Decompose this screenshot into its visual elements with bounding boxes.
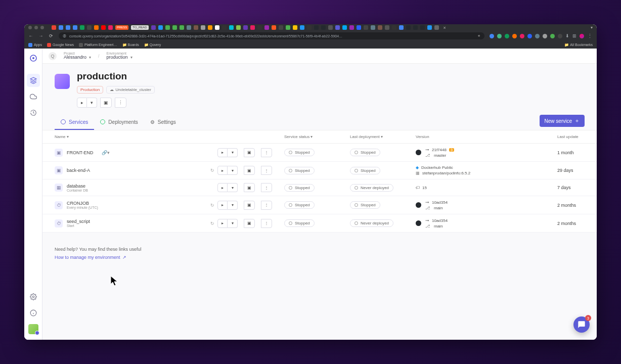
- service-subtitle: Start: [67, 224, 90, 228]
- table-row[interactable]: ▣FRONT-END🔗▾▸▾▣⋮StoppedStopped⊸21f7448 3…: [42, 144, 597, 162]
- col-last-deploy[interactable]: Last deployment ▾: [344, 130, 410, 144]
- logo-icon[interactable]: [27, 52, 40, 65]
- nav-forward-icon[interactable]: →: [38, 33, 43, 38]
- help-text: Need help? You may find these links usef…: [55, 247, 585, 252]
- check-circle-icon: [100, 119, 105, 124]
- circle-target-icon: [61, 119, 66, 124]
- row-play-dropdown[interactable]: ▾: [228, 166, 238, 175]
- refresh-icon[interactable]: ↻: [210, 168, 214, 173]
- rail-settings-icon[interactable]: [27, 290, 40, 303]
- bookmark-boards[interactable]: Boards: [128, 43, 139, 47]
- branch-icon: [425, 206, 431, 210]
- tab-deployments[interactable]: Deployments: [94, 115, 144, 130]
- bookmark-apps[interactable]: Apps: [34, 43, 42, 47]
- service-name: back-end-A: [67, 168, 90, 173]
- deploy-pill: Stopped: [350, 149, 380, 156]
- row-more-button[interactable]: ⋮: [261, 219, 272, 228]
- row-play-dropdown[interactable]: ▾: [228, 148, 238, 157]
- row-more-button[interactable]: ⋮: [261, 201, 272, 210]
- refresh-icon[interactable]: ↻: [210, 221, 214, 226]
- last-update-cell: 29 days: [551, 162, 597, 179]
- row-stop-button[interactable]: ▣: [244, 219, 255, 228]
- chat-bubble-button[interactable]: 3: [573, 316, 590, 333]
- col-name[interactable]: Name ▾: [42, 130, 204, 144]
- tab-settings[interactable]: ⚙ Settings: [144, 115, 182, 130]
- stop-button[interactable]: ▣: [100, 98, 112, 108]
- status-pill: Stopped: [284, 184, 315, 192]
- version-cell: 🏷15: [416, 186, 545, 190]
- service-type-icon: ⏱: [55, 201, 63, 209]
- app: Q Project Alessandro▾ / Environment prod…: [24, 49, 597, 340]
- nav-back-icon[interactable]: ←: [28, 33, 33, 38]
- bookmark-qovery[interactable]: Qovery: [150, 43, 161, 47]
- row-play-button[interactable]: ▸: [217, 183, 228, 192]
- sort-icon: ▾: [381, 134, 383, 139]
- github-icon: [416, 220, 421, 226]
- tab-badge-press[interactable]: PRESS: [115, 25, 128, 30]
- link-dropdown-icon[interactable]: 🔗▾: [102, 150, 110, 155]
- last-update-cell: 1 month: [551, 144, 597, 162]
- play-button[interactable]: ▸: [77, 98, 87, 108]
- svg-point-1: [32, 57, 34, 59]
- tag-icon: 🏷: [416, 186, 420, 190]
- row-more-button[interactable]: ⋮: [261, 166, 272, 175]
- table-row[interactable]: ▣back-end-A↻▸▾▣⋮StoppedStopped◆Dockerhub…: [42, 162, 597, 179]
- service-name: FRONT-END: [67, 150, 94, 155]
- deploy-pill: Never deployed: [350, 219, 393, 227]
- cloud-icon: ☁: [110, 87, 114, 92]
- tab-services[interactable]: Services: [55, 115, 94, 130]
- nav-reload-icon[interactable]: ⟳: [49, 33, 54, 38]
- row-more-button[interactable]: ⋮: [261, 183, 272, 192]
- row-play-dropdown[interactable]: ▾: [228, 183, 238, 192]
- row-stop-button[interactable]: ▣: [244, 201, 255, 210]
- row-stop-button[interactable]: ▣: [244, 166, 255, 175]
- window-controls[interactable]: [28, 26, 44, 29]
- tab-overflow-icon[interactable]: ▾: [591, 25, 593, 30]
- service-name: CRONJOB: [67, 201, 98, 206]
- more-button[interactable]: ⋮: [115, 98, 126, 108]
- github-icon: [416, 150, 421, 155]
- bookmark-platform[interactable]: Platform Engineeri…: [84, 43, 117, 47]
- bookmarks-bar[interactable]: Apps Google News Platform Engineeri… 📁Bo…: [24, 41, 597, 49]
- service-subtitle: Every minute (UTC): [67, 206, 98, 209]
- org-avatar-icon[interactable]: Q: [49, 52, 57, 60]
- row-play-dropdown[interactable]: ▾: [228, 219, 238, 228]
- extension-icons[interactable]: ⬇ ⊞ ⋮: [490, 33, 593, 39]
- rail-history-icon[interactable]: [27, 106, 40, 119]
- services-table: Name ▾ Service status ▾ Last deployment …: [42, 130, 597, 238]
- service-type-icon: ▦: [55, 184, 63, 192]
- table-row[interactable]: ⏱CRONJOBEvery minute (UTC)↻▸▾▣⋮StoppedSt…: [42, 196, 597, 214]
- refresh-icon[interactable]: ↻: [210, 203, 214, 208]
- table-row[interactable]: ▦databaseContainer DB▸▾▣⋮StoppedNever de…: [42, 179, 597, 196]
- bookmark-all[interactable]: All Bookmarks: [570, 43, 593, 47]
- table-row[interactable]: ⏱seed_scriptStart↻▸▾▣⋮StoppedNever deplo…: [42, 214, 597, 233]
- svg-point-2: [32, 296, 34, 298]
- new-service-button[interactable]: New service ＋: [540, 115, 585, 127]
- row-play-button[interactable]: ▸: [217, 148, 228, 157]
- col-status[interactable]: Service status ▾: [278, 130, 344, 144]
- tabs-row: Services Deployments ⚙ Settings New serv…: [42, 115, 597, 130]
- rail-avatar-icon[interactable]: [27, 323, 40, 336]
- row-play-button[interactable]: ▸: [217, 219, 228, 228]
- bookmark-googlenews[interactable]: Google News: [53, 43, 74, 47]
- rail-info-icon[interactable]: [27, 306, 40, 320]
- url-bar[interactable]: ⦿ console.qovery.com/organization/3d5428…: [59, 32, 484, 39]
- breadcrumb-project[interactable]: Project Alessandro▾: [64, 52, 91, 61]
- rail-layers-icon[interactable]: [27, 74, 40, 87]
- rail-cloud-icon[interactable]: [27, 90, 40, 103]
- row-stop-button[interactable]: ▣: [244, 183, 255, 192]
- tag-cluster: ☁Undeletable_cluster: [106, 86, 155, 94]
- row-stop-button[interactable]: ▣: [244, 148, 255, 157]
- row-play-dropdown[interactable]: ▾: [228, 201, 238, 210]
- row-play-button[interactable]: ▸: [217, 166, 228, 175]
- col-last-update: Last update: [551, 130, 597, 144]
- help-link[interactable]: How to manage my environment↗: [55, 255, 585, 260]
- row-more-button[interactable]: ⋮: [261, 148, 272, 157]
- tab-favicons[interactable]: PRESS TO_READ: [52, 25, 587, 30]
- breadcrumb-environment[interactable]: Environment production▾: [107, 52, 132, 61]
- row-play-button[interactable]: ▸: [217, 201, 228, 210]
- tab-badge-toread[interactable]: TO_READ: [131, 25, 148, 30]
- sort-icon: ▾: [310, 134, 313, 139]
- play-dropdown-button[interactable]: ▾: [87, 98, 97, 108]
- url-row: ← → ⟳ ⦿ console.qovery.com/organization/…: [24, 31, 597, 41]
